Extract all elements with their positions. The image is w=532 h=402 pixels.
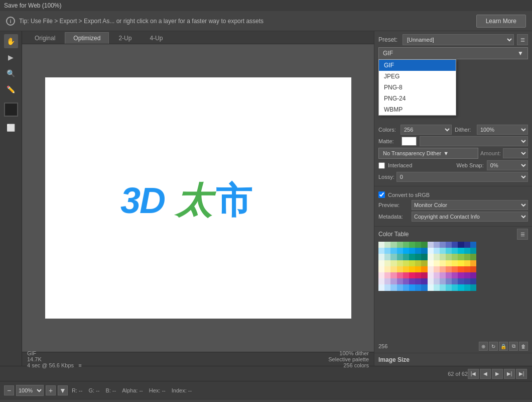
color-cell-2[interactable] (390, 242, 396, 248)
color-cell-51[interactable] (397, 260, 403, 266)
anim-play-btn[interactable]: ▶ (492, 369, 503, 379)
matte-select[interactable] (420, 136, 528, 146)
color-cell-10[interactable] (440, 242, 446, 248)
color-cell-96[interactable] (378, 278, 384, 284)
color-cell-112[interactable] (378, 284, 384, 290)
color-cell-74[interactable] (440, 266, 446, 272)
color-cell-23[interactable] (421, 248, 427, 254)
color-cell-80[interactable] (378, 272, 384, 278)
format-select-button[interactable]: GIF ▼ (378, 47, 528, 59)
color-cell-121[interactable] (434, 284, 440, 290)
color-cell-45[interactable] (458, 254, 464, 260)
tab-optimized[interactable]: Optimized (65, 32, 109, 44)
color-cell-5[interactable] (409, 242, 415, 248)
color-cell-103[interactable] (421, 278, 427, 284)
color-cell-87[interactable] (421, 272, 427, 278)
color-table-menu-btn[interactable]: ☰ (517, 229, 528, 240)
color-cell-32[interactable] (378, 254, 384, 260)
color-cell-66[interactable] (390, 266, 396, 272)
color-cell-116[interactable] (403, 284, 409, 290)
color-cell-104[interactable] (428, 278, 434, 284)
anim-prev-btn[interactable]: ◀ (480, 369, 491, 379)
color-cell-0[interactable] (378, 242, 384, 248)
no-transparency-dither-button[interactable]: No Transparency Dither ▼ (378, 148, 478, 159)
format-option-png24[interactable]: PNG-24 (379, 93, 456, 104)
color-cell-54[interactable] (415, 260, 421, 266)
color-cell-7[interactable] (421, 242, 427, 248)
color-cell-52[interactable] (403, 260, 409, 266)
color-cell-31[interactable] (470, 248, 476, 254)
color-cell-40[interactable] (428, 254, 434, 260)
colors-select[interactable]: 256 (401, 125, 452, 135)
color-add-btn[interactable]: ⊕ (479, 342, 488, 351)
lossy-select[interactable]: 0 (396, 172, 528, 182)
color-cell-114[interactable] (390, 284, 396, 290)
color-cell-58[interactable] (440, 260, 446, 266)
color-cell-120[interactable] (428, 284, 434, 290)
tab-original[interactable]: Original (26, 32, 64, 44)
color-cell-28[interactable] (452, 248, 458, 254)
color-cell-50[interactable] (390, 260, 396, 266)
format-option-wbmp[interactable]: WBMP (379, 104, 456, 115)
color-cell-119[interactable] (421, 284, 427, 290)
metadata-select[interactable]: Copyright and Contact Info (412, 212, 528, 222)
color-cell-46[interactable] (464, 254, 470, 260)
convert-srgb-checkbox[interactable] (378, 191, 385, 198)
color-cell-106[interactable] (440, 278, 446, 284)
color-cell-78[interactable] (464, 266, 470, 272)
color-cell-30[interactable] (464, 248, 470, 254)
color-cell-72[interactable] (428, 266, 434, 272)
color-cell-95[interactable] (470, 272, 476, 278)
color-cell-57[interactable] (434, 260, 440, 266)
color-cell-24[interactable] (428, 248, 434, 254)
slice-tool[interactable]: ⬜ (4, 121, 18, 135)
color-cell-25[interactable] (434, 248, 440, 254)
color-cell-125[interactable] (458, 284, 464, 290)
color-cell-111[interactable] (470, 278, 476, 284)
color-cell-60[interactable] (452, 260, 458, 266)
color-cell-33[interactable] (384, 254, 390, 260)
color-cell-42[interactable] (440, 254, 446, 260)
color-cell-37[interactable] (409, 254, 415, 260)
color-cell-19[interactable] (397, 248, 403, 254)
anim-next-btn[interactable]: ▶| (504, 369, 515, 379)
color-cell-88[interactable] (428, 272, 434, 278)
color-cell-98[interactable] (390, 278, 396, 284)
color-cell-61[interactable] (458, 260, 464, 266)
eyedropper-tool[interactable]: ✏️ (4, 82, 18, 96)
format-option-jpeg[interactable]: JPEG (379, 71, 456, 82)
color-cell-29[interactable] (458, 248, 464, 254)
learn-more-button[interactable]: Learn More (476, 15, 526, 28)
color-cell-53[interactable] (409, 260, 415, 266)
color-cell-101[interactable] (409, 278, 415, 284)
color-cell-99[interactable] (397, 278, 403, 284)
color-cell-122[interactable] (440, 284, 446, 290)
color-cell-102[interactable] (415, 278, 421, 284)
color-cell-27[interactable] (446, 248, 452, 254)
color-cell-3[interactable] (397, 242, 403, 248)
color-cell-97[interactable] (384, 278, 390, 284)
color-snap-btn[interactable]: ⧉ (509, 342, 518, 351)
hand-tool[interactable]: ✋ (4, 34, 18, 48)
color-cell-9[interactable] (434, 242, 440, 248)
color-cell-85[interactable] (409, 272, 415, 278)
color-cell-83[interactable] (397, 272, 403, 278)
color-cell-84[interactable] (403, 272, 409, 278)
color-cell-4[interactable] (403, 242, 409, 248)
anim-last-btn[interactable]: ▶| (516, 369, 527, 379)
color-cell-15[interactable] (470, 242, 476, 248)
color-cell-108[interactable] (452, 278, 458, 284)
color-cell-65[interactable] (384, 266, 390, 272)
zoom-select[interactable]: 100% (16, 385, 44, 396)
color-cell-115[interactable] (397, 284, 403, 290)
color-cell-63[interactable] (470, 260, 476, 266)
color-delete-btn[interactable]: 🗑 (519, 342, 528, 351)
color-cell-64[interactable] (378, 266, 384, 272)
color-cell-79[interactable] (470, 266, 476, 272)
color-cell-100[interactable] (403, 278, 409, 284)
color-cell-86[interactable] (415, 272, 421, 278)
zoom-out-btn[interactable]: − (4, 385, 14, 395)
color-cycle-btn[interactable]: ↻ (489, 342, 498, 351)
color-cell-34[interactable] (390, 254, 396, 260)
color-cell-70[interactable] (415, 266, 421, 272)
